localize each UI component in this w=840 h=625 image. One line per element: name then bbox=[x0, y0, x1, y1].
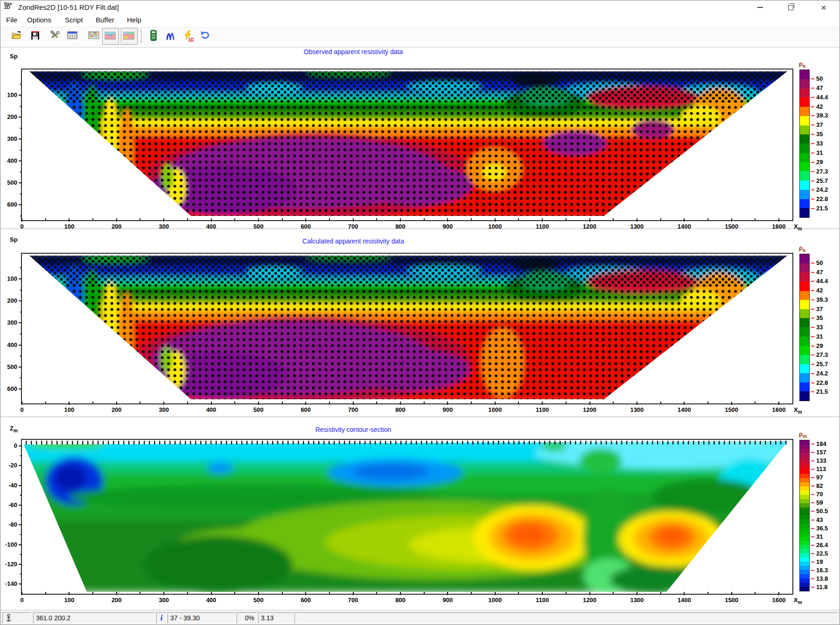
colorbar-tick-label: 26.4 bbox=[816, 542, 840, 549]
x-tick-label: 100 bbox=[55, 597, 83, 604]
x-tick-label: 200 bbox=[103, 597, 131, 604]
menu-file[interactable]: File bbox=[6, 16, 17, 24]
x-tick-label: 300 bbox=[150, 406, 178, 413]
x-tick bbox=[211, 402, 212, 405]
calculator-button[interactable] bbox=[148, 30, 159, 42]
resistivity-section-2[interactable] bbox=[22, 440, 791, 592]
colorbar-segment bbox=[800, 125, 809, 135]
minimize-button[interactable] bbox=[749, 0, 771, 14]
colorbar-tick bbox=[811, 153, 814, 153]
colorbar-segment bbox=[800, 524, 809, 528]
colorbar-tick-label: 22.8 bbox=[816, 195, 840, 202]
svg-text:1D: 1D bbox=[188, 37, 194, 42]
settings-tools-button[interactable] bbox=[49, 30, 60, 42]
x-tick-label: 900 bbox=[434, 406, 462, 413]
observed-section-toggle[interactable] bbox=[102, 28, 119, 45]
x-tick-label: 1000 bbox=[481, 597, 509, 604]
x-tick-label: 900 bbox=[434, 597, 462, 604]
data-table-button[interactable] bbox=[67, 30, 78, 42]
colorbar-segment bbox=[800, 199, 809, 208]
y-minor-tick bbox=[20, 290, 22, 291]
y-tick-label: -60 bbox=[0, 501, 17, 508]
x-minor-tick bbox=[376, 592, 377, 594]
calculator-icon bbox=[148, 30, 159, 41]
menu-help[interactable]: Help bbox=[127, 16, 141, 24]
x-minor-tick bbox=[282, 402, 283, 403]
y-tick-label: 0 bbox=[0, 442, 17, 449]
colorbar-tick-label: 42 bbox=[816, 287, 840, 294]
calculated-section-toggle[interactable] bbox=[121, 28, 138, 45]
colorbar-segment bbox=[800, 474, 809, 478]
x-tick bbox=[211, 218, 212, 222]
resistivity-section-1[interactable] bbox=[22, 254, 791, 402]
colorbar-tick-label: 36.5 bbox=[816, 525, 840, 532]
x-minor-tick bbox=[613, 218, 614, 220]
colorbar-segment bbox=[800, 503, 809, 507]
x-minor-tick bbox=[45, 592, 46, 594]
colorbar-0[interactable] bbox=[799, 69, 810, 218]
close-button[interactable]: ✕ bbox=[813, 0, 834, 14]
y-minor-tick bbox=[20, 355, 22, 356]
colorbar-segment bbox=[800, 444, 809, 449]
curves-viewer-button[interactable] bbox=[165, 30, 176, 42]
y-axis-label-2: Zm bbox=[10, 425, 18, 433]
x-tick bbox=[400, 218, 401, 222]
x-minor-tick bbox=[566, 592, 567, 594]
x-minor-tick bbox=[566, 402, 567, 403]
colorbar-segment bbox=[800, 461, 809, 465]
inversion-1d-button[interactable]: 1D bbox=[182, 30, 194, 42]
colorbar-tick-label: 21.5 bbox=[816, 388, 840, 395]
x-tick bbox=[447, 592, 448, 595]
x-tick-label: 1500 bbox=[718, 223, 746, 230]
y-tick bbox=[19, 544, 22, 545]
title-bar[interactable]: Res 2D ZondRes2D [10-51 RDY Filt.dat] ✕ bbox=[0, 0, 840, 14]
colorbar-2[interactable] bbox=[799, 440, 810, 591]
status-info-cell: i bbox=[156, 612, 167, 624]
x-minor-tick bbox=[755, 218, 756, 220]
x-minor-tick bbox=[140, 218, 140, 220]
colorbar-1[interactable] bbox=[799, 254, 810, 401]
colorbar-tick-label: 31 bbox=[816, 333, 840, 340]
x-tick-label: 1100 bbox=[528, 223, 556, 230]
x-tick bbox=[589, 402, 590, 405]
y-tick bbox=[19, 583, 22, 584]
colorbar-tick-label: 31 bbox=[816, 533, 840, 540]
colorbar-segment bbox=[800, 364, 809, 374]
x-minor-tick bbox=[518, 218, 519, 220]
resistivity-section-0[interactable] bbox=[22, 69, 791, 218]
x-tick bbox=[731, 218, 732, 222]
anchor-icon bbox=[5, 613, 12, 623]
y-tick-label: -140 bbox=[0, 580, 17, 587]
colorbar-tick-label: 21.5 bbox=[816, 205, 840, 212]
x-tick bbox=[778, 592, 779, 595]
status-empty-cell bbox=[294, 612, 838, 624]
restore-button[interactable] bbox=[780, 0, 801, 14]
y-minor-tick bbox=[20, 215, 22, 216]
colorbar-segment bbox=[800, 511, 809, 515]
x-minor-tick bbox=[140, 402, 140, 403]
save-button[interactable] bbox=[29, 30, 41, 42]
menu-options[interactable]: Options bbox=[27, 16, 51, 24]
colorbar-tick bbox=[811, 536, 814, 537]
menu-script[interactable]: Script bbox=[65, 16, 83, 24]
x-minor-tick bbox=[187, 218, 188, 220]
x-tick-label: 1500 bbox=[718, 597, 746, 604]
x-minor-tick bbox=[471, 218, 472, 220]
y-tick bbox=[19, 524, 22, 525]
colorbar-tick bbox=[811, 208, 814, 209]
y-minor-tick bbox=[20, 194, 22, 194]
x-minor-tick bbox=[187, 402, 188, 403]
colorbar-segment bbox=[800, 557, 809, 562]
menu-buffer[interactable]: Buffer bbox=[96, 16, 114, 24]
undo-button[interactable] bbox=[200, 30, 211, 42]
colorbar-segment bbox=[800, 507, 809, 512]
y-tick-label: 100 bbox=[0, 91, 17, 98]
y-tick-label: 200 bbox=[0, 113, 17, 120]
pseudosection-grid-button[interactable] bbox=[88, 30, 99, 42]
colorbar-tick-label: 50 bbox=[816, 75, 840, 82]
colorbar-tick-label: 44.4 bbox=[816, 278, 840, 285]
info-icon: i bbox=[161, 613, 163, 622]
colorbar-tick bbox=[811, 272, 814, 273]
y-tick-label: 500 bbox=[0, 179, 17, 186]
open-file-button[interactable] bbox=[11, 30, 22, 42]
